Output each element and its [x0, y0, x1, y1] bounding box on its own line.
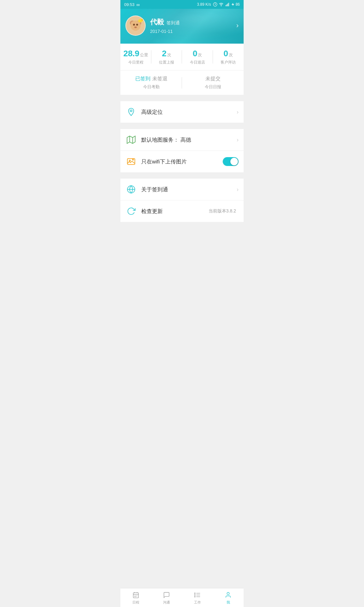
stat-store-value: 0: [193, 49, 197, 58]
separator-1: [120, 98, 244, 101]
menu-section-map: 默认地图服务： 高德 › 只在wifi下上传图片: [120, 129, 244, 172]
menu-map-label: 默认地图服务： 高德: [141, 136, 237, 144]
svg-marker-20: [127, 136, 135, 143]
menu-item-update[interactable]: 检查更新 当前版本3.8.2: [120, 200, 244, 222]
attendance-unsigned-status: 未签退: [152, 76, 167, 82]
separator-2: [120, 126, 244, 129]
menu-location-chevron-icon: ›: [237, 109, 239, 115]
map-icon: [125, 134, 137, 145]
wifi-icon: [219, 2, 224, 7]
menu-item-location[interactable]: 高级定位 ›: [120, 101, 244, 123]
svg-point-19: [130, 110, 132, 112]
attendance-checkin-label: 今日考勤: [120, 84, 182, 90]
header-banner[interactable]: 代毅 签到通 2017-01-11 ›: [120, 9, 244, 44]
menu-wifi-upload-label: 只在wifi下上传图片: [141, 158, 223, 165]
menu-item-wifi-upload[interactable]: 只在wifi下上传图片: [120, 151, 244, 172]
attendance-signed-status: 已签到: [135, 76, 150, 82]
refresh-icon: [125, 205, 137, 217]
menu-item-map[interactable]: 默认地图服务： 高德 ›: [120, 129, 244, 151]
globe-icon: [125, 184, 137, 195]
battery-charging-icon: [231, 2, 234, 7]
status-time: 09:53: [124, 2, 135, 7]
stat-store-unit: 次: [198, 52, 202, 58]
stat-customer-unit: 次: [229, 52, 233, 58]
stat-location-report: 2 次 位置上报: [151, 49, 182, 65]
menu-update-version: 当前版本3.8.2: [209, 208, 236, 214]
menu-map-chevron-icon: ›: [237, 137, 239, 143]
svg-rect-2: [226, 5, 226, 6]
menu-about-chevron-icon: ›: [237, 186, 239, 193]
avatar: [125, 15, 146, 36]
stat-mileage-label: 今日里程: [120, 60, 151, 65]
infinity-icon: ∞: [136, 2, 140, 7]
menu-section-about: 关于签到通 › 检查更新 当前版本3.8.2: [120, 179, 244, 222]
clock-icon: [213, 2, 217, 7]
menu-section-location: 高级定位 ›: [120, 101, 244, 123]
stat-mileage-unit: 公里: [140, 52, 148, 58]
profile-info: 代毅 签到通 2017-01-11: [150, 17, 180, 34]
menu-location-label: 高级定位: [141, 108, 237, 116]
svg-point-10: [133, 24, 135, 26]
daily-report-status: 未提交: [205, 76, 221, 82]
menu-item-about[interactable]: 关于签到通 ›: [120, 179, 244, 200]
signal-icon: [225, 2, 230, 7]
svg-point-13: [135, 27, 136, 28]
svg-point-24: [129, 160, 130, 161]
attendance-daily-report: 未提交 今日日报: [182, 76, 244, 90]
stat-customer-visit: 0 次 客户拜访: [213, 49, 244, 65]
profile-name: 代毅: [150, 17, 164, 27]
stat-location-value: 2: [162, 49, 167, 58]
separator-3: [120, 175, 244, 179]
profile-app-name: 签到通: [167, 20, 180, 26]
image-icon: [125, 156, 137, 167]
stats-section: 28.9 公里 今日里程 2 次 位置上报 0 次 今日巡店 0 次 客户拜访: [120, 44, 244, 71]
attendance-section: 已签到 未签退 今日考勤 未提交 今日日报: [120, 71, 244, 95]
wifi-upload-toggle[interactable]: [223, 157, 239, 166]
svg-rect-4: [228, 3, 228, 6]
daily-report-label: 今日日报: [182, 84, 244, 90]
stat-store-label: 今日巡店: [182, 60, 213, 65]
battery-level: 86: [236, 2, 240, 7]
status-speed: 3.89 K/s: [197, 2, 211, 7]
svg-point-11: [136, 24, 138, 26]
svg-rect-3: [227, 4, 227, 6]
status-bar: 09:53 ∞ 3.89 K/s: [120, 0, 244, 9]
menu-about-label: 关于签到通: [141, 186, 237, 193]
svg-point-1: [221, 6, 221, 6]
svg-point-18: [142, 20, 143, 21]
avatar-image: [126, 16, 145, 35]
stat-customer-label: 客户拜访: [213, 60, 244, 65]
profile-chevron-icon[interactable]: ›: [236, 21, 239, 30]
stat-store-visit: 0 次 今日巡店: [182, 49, 213, 65]
attendance-checkin: 已签到 未签退 今日考勤: [120, 76, 182, 90]
profile-date: 2017-01-11: [150, 29, 180, 34]
stat-customer-value: 0: [224, 49, 228, 58]
svg-point-14: [131, 22, 134, 24]
status-right-icons: 3.89 K/s: [197, 2, 240, 7]
stat-location-unit: 次: [167, 52, 171, 58]
stat-location-label: 位置上报: [151, 60, 182, 65]
svg-rect-5: [228, 3, 229, 6]
location-icon: [125, 106, 137, 118]
stat-mileage: 28.9 公里 今日里程: [120, 49, 151, 65]
profile-section: 代毅 签到通 2017-01-11: [125, 15, 180, 36]
menu-update-label: 检查更新: [141, 208, 209, 215]
stat-mileage-value: 28.9: [123, 49, 139, 58]
